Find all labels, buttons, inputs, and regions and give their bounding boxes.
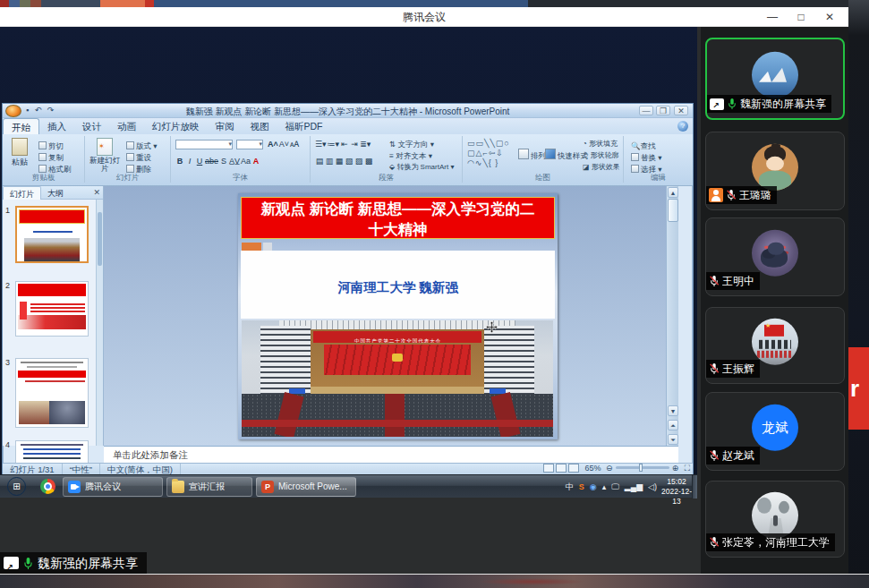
taskbar-item-tencent-meeting[interactable]: 腾讯会议 bbox=[63, 477, 163, 497]
powerpoint-icon: P bbox=[261, 481, 274, 493]
previous-slide-icon[interactable]: ⏶ bbox=[668, 420, 678, 430]
maximize-button[interactable]: □ bbox=[788, 7, 814, 27]
zoom-out-icon[interactable]: ⊖ bbox=[606, 464, 613, 473]
participant-name: 张定苓，河南理工大学 bbox=[722, 534, 830, 550]
system-tray[interactable]: 中S◉▴🖵▂▄▆◁) bbox=[560, 475, 657, 499]
align-text-button[interactable]: ≡ 对齐文本 ▾ bbox=[389, 150, 432, 161]
participant-tile[interactable]: 王振辉 bbox=[705, 307, 845, 384]
avatar bbox=[752, 319, 798, 365]
show-desktop-button[interactable] bbox=[692, 475, 697, 499]
avatar bbox=[752, 144, 798, 191]
cut-button[interactable]: 剪切 bbox=[38, 141, 64, 151]
office-button[interactable] bbox=[5, 105, 21, 117]
thumb-number: 4 bbox=[5, 440, 10, 449]
participant-name: 王振辉 bbox=[722, 361, 754, 377]
new-slide-button[interactable]: ✶ 新建幻灯片 bbox=[87, 138, 123, 173]
tab-insert[interactable]: 插入 bbox=[39, 118, 74, 134]
screenshot-root: 腾讯会议 — □ ✕ ▪ ↶ ↷ 魏新强 新观点 新论断 新思想——深入学习党的… bbox=[0, 0, 869, 588]
participant-tile[interactable]: 魏新强的屏幕共享 bbox=[705, 38, 845, 120]
chrome-icon[interactable] bbox=[40, 479, 55, 494]
share-overlay-label: 魏新强的屏幕共享 bbox=[38, 552, 138, 574]
mic-muted-icon bbox=[709, 536, 720, 549]
pane-scrollbar[interactable] bbox=[96, 200, 103, 446]
participant-tile[interactable]: 张定苓，河南理工大学 bbox=[705, 481, 845, 558]
slide-thumbnail-2[interactable] bbox=[15, 281, 89, 337]
slide-canvas[interactable]: 新观点 新论断 新思想——深入学习党的二 十大精神 河南理工大学 魏新强 bbox=[238, 193, 558, 439]
background-window-sliver bbox=[0, 0, 848, 7]
minimize-button[interactable]: — bbox=[759, 7, 786, 27]
shape-gallery[interactable]: ▭▭╲╲▢○▢△⌐⇦⇩◠∿╲{ } bbox=[467, 139, 510, 168]
start-button[interactable]: ⊞ bbox=[7, 477, 26, 496]
accent-bar bbox=[242, 243, 261, 251]
list-buttons[interactable]: ☰▾≔▾⇤⇥≣▾ bbox=[315, 139, 371, 149]
zoom-slider[interactable] bbox=[616, 466, 669, 469]
participant-tile[interactable]: 王璐璐 bbox=[705, 132, 845, 210]
tab-foxit-pdf[interactable]: 福昕PDF bbox=[277, 118, 331, 134]
taskbar-clock[interactable]: 15:02 2022-12-13 bbox=[658, 477, 695, 507]
pane-close-icon[interactable]: ✕ bbox=[93, 188, 100, 197]
arrange-button[interactable]: 排列 bbox=[518, 149, 546, 161]
ppt-minimize-button[interactable]: — bbox=[639, 106, 653, 115]
smartart-button[interactable]: ⬙ 转换为 SmartArt ▾ bbox=[389, 162, 454, 173]
scroll-up-icon[interactable]: ▲ bbox=[668, 187, 678, 198]
find-button[interactable]: 🔍查找 bbox=[631, 141, 656, 151]
paste-button[interactable]: 粘贴 bbox=[4, 138, 35, 168]
scroll-thumb[interactable] bbox=[668, 199, 678, 222]
help-icon[interactable]: ? bbox=[677, 121, 688, 132]
participant-name: 赵龙斌 bbox=[722, 447, 754, 464]
slide-title-banner: 新观点 新论断 新思想——深入学习党的二 十大精神 bbox=[241, 197, 555, 239]
tab-home[interactable]: 开始 bbox=[3, 118, 39, 134]
accent-bar-2 bbox=[263, 243, 272, 251]
network-icon: ▂▄▆ bbox=[625, 482, 643, 491]
text-direction-button[interactable]: ⇅ 文字方向 ▾ bbox=[389, 139, 434, 149]
close-button[interactable]: ✕ bbox=[816, 7, 843, 27]
sorter-view-icon[interactable] bbox=[556, 464, 567, 473]
slides-tab[interactable]: 幻灯片 bbox=[3, 186, 41, 200]
slide-thumbnail-1[interactable] bbox=[15, 206, 89, 263]
reset-button[interactable]: 重设 bbox=[126, 152, 151, 163]
group-label: 编辑 bbox=[624, 173, 693, 183]
replace-button[interactable]: 替换 ▾ bbox=[631, 152, 662, 163]
tab-animation[interactable]: 动画 bbox=[109, 118, 144, 134]
layout-button[interactable]: 版式 ▾ bbox=[126, 141, 158, 151]
ppt-restore-button[interactable]: ❐ bbox=[656, 106, 670, 115]
ribbon: 粘贴 剪切 复制 格式刷 剪贴板 ✶ 新建幻灯片 bbox=[3, 134, 693, 186]
tab-view[interactable]: 视图 bbox=[243, 118, 277, 134]
font-family-select[interactable] bbox=[175, 140, 233, 149]
tab-slideshow[interactable]: 幻灯片放映 bbox=[144, 118, 208, 134]
tab-design[interactable]: 设计 bbox=[74, 118, 109, 134]
zoom-in-icon[interactable]: ⊕ bbox=[672, 464, 679, 473]
font-size-select[interactable] bbox=[236, 140, 263, 149]
taskbar-item-powerpoint[interactable]: P Microsoft Powe... bbox=[256, 477, 356, 497]
screen-share-icon bbox=[710, 98, 724, 110]
quick-access-toolbar[interactable]: ▪ ↶ ↷ bbox=[26, 106, 55, 115]
avatar bbox=[752, 230, 798, 277]
slide-scrollbar[interactable]: ▲ ▼ ⏶ ⏷ bbox=[666, 186, 678, 446]
slideshow-view-icon[interactable] bbox=[568, 464, 579, 473]
notes-placeholder[interactable]: 单击此处添加备注 bbox=[104, 446, 678, 463]
fit-window-icon[interactable]: ⛶ bbox=[685, 464, 690, 473]
shape-outline-button[interactable]: ▱ 形状轮廓 bbox=[583, 150, 618, 161]
group-label: 剪贴板 bbox=[3, 173, 84, 183]
outline-tab[interactable]: 大纲 bbox=[41, 186, 70, 200]
taskbar-item-folder[interactable]: 宣讲汇报 bbox=[166, 477, 252, 497]
next-slide-icon[interactable]: ⏷ bbox=[668, 434, 678, 445]
mic-muted-icon bbox=[709, 362, 720, 375]
congress-banner: 中国共产党第二十次全国代表大会 bbox=[313, 331, 481, 343]
grow-shrink-font[interactable]: A˄A˅🗚 bbox=[268, 139, 300, 149]
scroll-down-icon[interactable]: ▼ bbox=[668, 405, 678, 416]
quick-styles-button[interactable]: 快速样式 bbox=[545, 149, 588, 161]
slide-thumbnail-3[interactable] bbox=[15, 358, 89, 428]
ppt-close-button[interactable]: ✕ bbox=[674, 106, 688, 115]
normal-view-icon[interactable] bbox=[543, 464, 554, 473]
participant-tile[interactable]: 龙斌 赵龙斌 bbox=[705, 392, 845, 471]
participant-tile[interactable]: 王明中 bbox=[705, 217, 845, 296]
slide-editing-area: 新观点 新论断 新思想——深入学习党的二 十大精神 河南理工大学 魏新强 bbox=[104, 186, 678, 446]
tab-review[interactable]: 审阅 bbox=[208, 118, 243, 134]
font-style-buttons[interactable]: BIUabeSA̲V̲AaA bbox=[175, 156, 261, 166]
copy-button[interactable]: 复制 bbox=[38, 152, 64, 163]
shape-effects-button[interactable]: ◪ 形状效果 bbox=[583, 162, 620, 173]
align-buttons[interactable]: ▤▥▦▧▨▩ bbox=[315, 156, 374, 166]
shape-fill-button[interactable]: ◔ 形状填充 bbox=[583, 139, 618, 149]
host-badge-icon bbox=[709, 188, 723, 202]
